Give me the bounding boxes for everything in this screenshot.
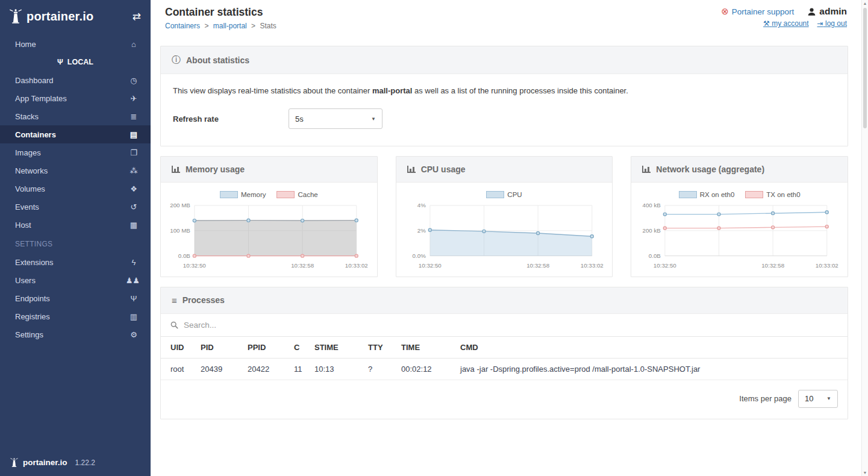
rocket-icon: ✈: [128, 94, 140, 103]
svg-text:0.0B: 0.0B: [649, 252, 661, 259]
topbar-left: Container statistics Containers > mall-p…: [165, 6, 276, 35]
svg-text:100 MB: 100 MB: [170, 227, 190, 234]
svg-text:10:32:58: 10:32:58: [526, 262, 549, 269]
page-title: Container statistics: [165, 6, 276, 19]
svg-text:200 MB: 200 MB: [170, 202, 190, 208]
cpu-panel-title: CPU usage: [421, 164, 466, 174]
sidebar-item-label: Containers: [15, 130, 56, 139]
items-per-page-select[interactable]: 10 ▼: [798, 390, 838, 408]
portainer-support-link[interactable]: ⊗ Portainer support: [721, 6, 794, 17]
sidebar-item-registries[interactable]: Registries ▥: [0, 307, 151, 325]
network-panel-title: Network usage (aggregate): [656, 164, 764, 174]
sidebar-item-stacks[interactable]: Stacks ≣: [0, 107, 151, 125]
sidebar-item-label: Host: [15, 221, 31, 230]
cell-uid: root: [161, 358, 196, 380]
sidebar-item-extensions[interactable]: Extensions ϟ: [0, 253, 151, 271]
column-uid: UID: [161, 336, 196, 358]
network-usage-panel: Network usage (aggregate) RX on eth0TX o…: [631, 156, 848, 277]
memory-panel-header: Memory usage: [161, 157, 377, 183]
sidebar-item-containers[interactable]: Containers ▤: [0, 125, 151, 143]
wrench-icon: ⚒: [763, 19, 770, 28]
user-menu[interactable]: admin: [807, 6, 847, 17]
legend-swatch: [679, 191, 697, 198]
version-label: 1.22.2: [75, 459, 95, 467]
svg-text:10:32:50: 10:32:50: [654, 262, 677, 269]
clone-icon: ❐: [128, 148, 140, 157]
sidebar-item-home[interactable]: Home ⌂: [0, 35, 151, 53]
vertical-scrollbar[interactable]: ▲ ▼: [861, 0, 868, 476]
cell-tty: ?: [363, 358, 396, 380]
info-icon: ⓘ: [172, 54, 181, 66]
chevron-down-icon: ▼: [826, 396, 831, 401]
scroll-up-icon[interactable]: ▲: [862, 1, 868, 5]
sidebar-item-label: Volumes: [15, 184, 45, 193]
gears-icon: ⚙: [128, 330, 140, 339]
column-c: C: [289, 336, 310, 358]
legend-swatch: [745, 191, 763, 198]
sidebar-item-settings[interactable]: Settings ⚙: [0, 325, 151, 343]
sidebar-item-label: Home: [15, 40, 36, 49]
network-panel-header: Network usage (aggregate): [631, 157, 848, 183]
sidebar-item-endpoints[interactable]: Endpoints Ψ: [0, 289, 151, 307]
about-description: This view displays real-time statistics …: [173, 86, 835, 95]
sidebar-item-networks[interactable]: Networks ⁂: [0, 161, 151, 180]
svg-text:10:32:58: 10:32:58: [291, 262, 314, 269]
bar-chart-icon: [642, 166, 651, 173]
about-statistics-panel: ⓘ About statistics This view displays re…: [160, 46, 848, 146]
sidebar-item-dashboard[interactable]: Dashboard ◷: [0, 71, 151, 89]
column-tty: TTY: [363, 336, 396, 358]
cpu-chart-body: CPU 4%2%0.0%10:32:5010:32:5810:33:02: [396, 183, 613, 277]
sidebar-item-users[interactable]: Users ♟♟: [0, 271, 151, 289]
table-footer: Items per page 10 ▼: [161, 380, 848, 419]
sidebar-item-label: Extensions: [15, 258, 54, 267]
scrollbar-thumb[interactable]: [863, 8, 867, 128]
cpu-usage-chart: 4%2%0.0%10:32:5010:32:5810:33:02: [402, 201, 607, 272]
legend-item: Cache: [276, 191, 317, 198]
sidebar-footer: portainer.io 1.22.2: [0, 457, 151, 468]
legend-swatch: [220, 191, 238, 198]
sidebar-item-label: Events: [15, 202, 39, 211]
sidebar-item-host[interactable]: Host ▦: [0, 216, 151, 234]
svg-text:400 kB: 400 kB: [643, 202, 661, 208]
portainer-logo[interactable]: portainer.io: [8, 8, 93, 24]
about-panel-header: ⓘ About statistics: [161, 46, 848, 74]
charts-row: Memory usage MemoryCache 200 MB100 MB0.0…: [160, 156, 848, 287]
sidebar-item-events[interactable]: Events ↺: [0, 198, 151, 216]
network-usage-chart: 400 kB200 kB0.0B10:32:5010:32:5810:33:02: [637, 201, 841, 272]
refresh-rate-value: 5s: [295, 114, 304, 124]
table-header-row: UID PID PPID C STIME TTY TIME CMD: [161, 336, 848, 358]
layers-icon: ≣: [128, 112, 140, 121]
memory-panel-title: Memory usage: [186, 164, 245, 174]
refresh-rate-select[interactable]: 5s ▼: [289, 108, 382, 129]
svg-text:10:33:02: 10:33:02: [816, 262, 838, 269]
sidebar-item-label: Users: [15, 276, 36, 285]
breadcrumb-container-link[interactable]: mall-portal: [213, 22, 247, 30]
svg-text:10:33:02: 10:33:02: [345, 262, 368, 269]
sidebar-item-label: Stacks: [15, 112, 39, 121]
footer-logo-text: portainer.io: [23, 458, 67, 467]
sidebar-item-volumes[interactable]: Volumes ❖: [0, 180, 151, 198]
cell-stime: 10:13: [310, 358, 363, 380]
cell-ppid: 20422: [243, 358, 289, 380]
sign-out-icon: ⇥: [817, 19, 823, 28]
lighthouse-icon: [8, 8, 23, 24]
chevron-down-icon: ▼: [371, 116, 376, 122]
sidebar-item-label: Dashboard: [15, 76, 54, 85]
legend-item: RX on eth0: [679, 191, 735, 198]
svg-text:0.0%: 0.0%: [412, 252, 426, 259]
sidebar-item-images[interactable]: Images ❐: [0, 143, 151, 161]
my-account-link[interactable]: ⚒ my account: [763, 19, 808, 28]
search-input[interactable]: [184, 321, 485, 330]
breadcrumb-containers-link[interactable]: Containers: [165, 22, 200, 30]
sidebar-section-local: Ψ LOCAL: [0, 53, 151, 71]
scroll-down-icon[interactable]: ▼: [862, 471, 868, 475]
sidebar-logo-row: portainer.io ⇄: [0, 0, 151, 30]
svg-text:2%: 2%: [417, 227, 425, 234]
about-panel-body: This view displays real-time statistics …: [161, 74, 848, 146]
sidebar-item-app-templates[interactable]: App Templates ✈: [0, 89, 151, 107]
bar-chart-icon: [407, 166, 416, 173]
sidebar-collapse-icon[interactable]: ⇄: [133, 10, 141, 23]
svg-text:10:32:50: 10:32:50: [419, 262, 442, 269]
log-out-link[interactable]: ⇥ log out: [817, 19, 847, 28]
life-ring-icon: ⊗: [721, 6, 729, 17]
